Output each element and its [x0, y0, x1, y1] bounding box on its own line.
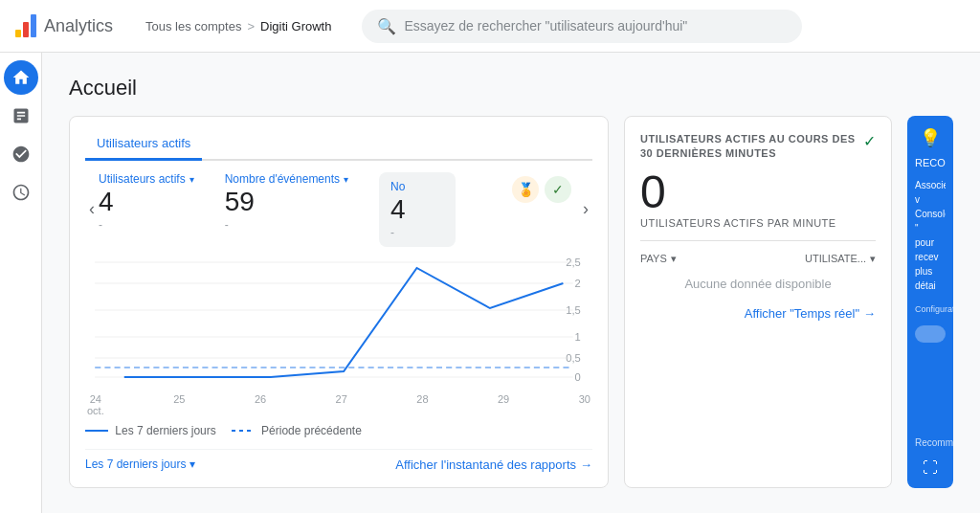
- metric-value-1: 4: [99, 186, 194, 218]
- metric-value-2: 59: [225, 186, 348, 218]
- rec-footer-label: Recommande: [915, 437, 946, 448]
- period-label: Les 7 derniers jours: [85, 457, 186, 471]
- rec-toggle[interactable]: [915, 325, 946, 343]
- x-label-3: 26: [255, 393, 266, 416]
- topbar: Analytics Tous les comptes > Digiti Grow…: [0, 0, 980, 53]
- period-selector[interactable]: Les 7 derniers jours ▾: [85, 457, 195, 471]
- metrics-row: ‹ Utilisateurs actifs ▾ 4 - N: [85, 172, 592, 247]
- col-header-utilisateurs[interactable]: UTILISATE... ▾: [805, 253, 876, 265]
- app-title: Analytics: [44, 16, 113, 36]
- rec-text-line-2: Associer vConsole "pour recevplus détai: [915, 178, 946, 293]
- view-reports-link[interactable]: Afficher l'instantané des rapports →: [395, 457, 592, 472]
- metric-utilisateurs-actifs: Utilisateurs actifs ▾ 4 -: [99, 172, 194, 247]
- expand-icon[interactable]: ⛶: [915, 459, 946, 477]
- x-label-6: 29: [498, 393, 509, 416]
- x-label-2: 25: [173, 393, 185, 416]
- check-badge: ✓: [545, 176, 571, 203]
- chart-x-labels: 24oct. 25 26 27 28 29 30: [85, 393, 592, 416]
- col-pays-arrow: ▾: [671, 253, 677, 265]
- cards-row: Utilisateurs actifs ‹ Utilisateurs actif…: [69, 116, 953, 488]
- col-utilisateurs-arrow: ▾: [870, 253, 876, 265]
- sidebar: [0, 53, 42, 513]
- legend-dashed-label: Période précédente: [261, 424, 362, 437]
- metric-label-2: Nombre d'événements ▾: [225, 172, 348, 186]
- legend-line-dashed: [232, 430, 255, 432]
- x-label-7: 30: [579, 393, 590, 416]
- search-bar[interactable]: 🔍 Essayez de rechercher "utilisateurs au…: [362, 10, 802, 43]
- sidebar-item-advertising[interactable]: [4, 175, 38, 210]
- metric-sub-1: -: [99, 218, 194, 232]
- metric-sub-3: -: [390, 226, 444, 239]
- search-placeholder: Essayez de rechercher "utilisateurs aujo…: [404, 18, 687, 33]
- medal-badge: 🏅: [512, 176, 539, 203]
- logo-area: Analytics: [15, 14, 130, 37]
- metric-evenements: Nombre d'événements ▾ 59 -: [225, 172, 348, 247]
- view-realtime-link[interactable]: Afficher "Temps réel" →: [640, 306, 876, 321]
- x-label-4: 27: [336, 393, 347, 416]
- nav-next[interactable]: ›: [579, 172, 592, 247]
- col-pays-label: PAYS: [640, 253, 667, 264]
- main-layout: Accueil Utilisateurs actifs ‹ Utilisateu…: [0, 53, 980, 513]
- realtime-header: UTILISATEURS ACTIFS AU COURS DES 30 DERN…: [640, 132, 876, 162]
- realtime-footer: Afficher "Temps réel" →: [640, 306, 876, 321]
- legend-dashed: Période précédente: [232, 424, 362, 437]
- analytics-logo: [15, 14, 36, 37]
- breadcrumb-all[interactable]: Tous les comptes: [145, 19, 241, 33]
- legend-line-solid: [85, 430, 108, 432]
- legend-solid: Les 7 derniers jours: [85, 424, 216, 437]
- chart-area: 2,5 2 1,5 1 0,5 0: [85, 255, 592, 437]
- metric-label-3: No: [390, 180, 444, 193]
- breadcrumb-current: Digiti Growth: [260, 19, 331, 33]
- metric-label-1: Utilisateurs actifs ▾: [99, 172, 194, 186]
- metric-value-3: 4: [390, 193, 444, 226]
- card-footer: Les 7 derniers jours ▾ Afficher l'instan…: [85, 449, 592, 472]
- main-chart-line: [124, 268, 564, 377]
- rec-icon: 💡: [915, 127, 946, 148]
- breadcrumb: Tous les comptes > Digiti Growth: [145, 19, 331, 33]
- content-area: Accueil Utilisateurs actifs ‹ Utilisateu…: [42, 53, 980, 513]
- breadcrumb-separator: >: [247, 19, 255, 33]
- sidebar-item-explore[interactable]: [4, 137, 38, 171]
- realtime-divider: [640, 240, 876, 241]
- svg-text:0: 0: [575, 371, 581, 383]
- metric-label-3-text: No: [390, 180, 405, 193]
- no-data-label: Aucune donnée disponible: [640, 277, 876, 291]
- view-reports-label: Afficher l'instantané des rapports: [395, 457, 576, 472]
- metric-group: Utilisateurs actifs ▾ 4 - Nombre d'événe…: [99, 172, 504, 247]
- col-utilisateurs-label: UTILISATE...: [805, 253, 866, 264]
- recommendation-card[interactable]: 💡 RECOM Associer vConsole "pour recevplu…: [907, 116, 953, 488]
- metric-no: No 4 -: [379, 172, 456, 247]
- x-label-1: 24oct.: [87, 393, 104, 416]
- card-tabs: Utilisateurs actifs: [85, 132, 592, 161]
- metric-sub-2: -: [225, 218, 348, 232]
- svg-text:2: 2: [575, 278, 581, 289]
- nav-prev[interactable]: ‹: [85, 172, 99, 247]
- metric-label-2-text: Nombre d'événements: [225, 172, 340, 186]
- chart-svg: 2,5 2 1,5 1 0,5 0: [85, 255, 592, 389]
- status-dot: ✓: [863, 132, 876, 150]
- rec-text: RECOM Associer vConsole "pour recevplus …: [915, 156, 946, 293]
- logo-bar-red: [23, 22, 29, 37]
- chart-legend: Les 7 derniers jours Période précédente: [85, 424, 592, 437]
- sidebar-item-home[interactable]: [4, 60, 38, 95]
- realtime-value: 0: [640, 169, 876, 215]
- realtime-title: UTILISATEURS ACTIFS AU COURS DES 30 DERN…: [640, 132, 863, 162]
- legend-solid-label: Les 7 derniers jours: [115, 424, 215, 437]
- tab-utilisateurs[interactable]: Utilisateurs actifs: [85, 132, 202, 161]
- metric-dropdown-1[interactable]: ▾: [189, 174, 194, 185]
- realtime-sub-label: UTILISATEURS ACTIFS PAR MINUTE: [640, 217, 876, 229]
- realtime-card: UTILISATEURS ACTIFS AU COURS DES 30 DERN…: [624, 116, 892, 488]
- rec-text-line-1: RECOM: [915, 156, 946, 170]
- col-header-pays[interactable]: PAYS ▾: [640, 253, 677, 265]
- sidebar-item-reports[interactable]: [4, 99, 38, 133]
- metric-label-1-text: Utilisateurs actifs: [99, 172, 186, 186]
- view-realtime-label: Afficher "Temps réel": [745, 306, 859, 321]
- logo-bar-yellow: [15, 30, 21, 37]
- main-analytics-card: Utilisateurs actifs ‹ Utilisateurs actif…: [69, 116, 609, 488]
- metric-dropdown-2[interactable]: ▾: [344, 174, 348, 185]
- view-realtime-arrow: →: [863, 306, 876, 321]
- period-arrow: ▾: [189, 457, 195, 471]
- view-reports-arrow: →: [580, 457, 592, 472]
- rec-config-label: Configuratio: [915, 304, 946, 314]
- realtime-table-header: PAYS ▾ UTILISATE... ▾: [640, 253, 876, 265]
